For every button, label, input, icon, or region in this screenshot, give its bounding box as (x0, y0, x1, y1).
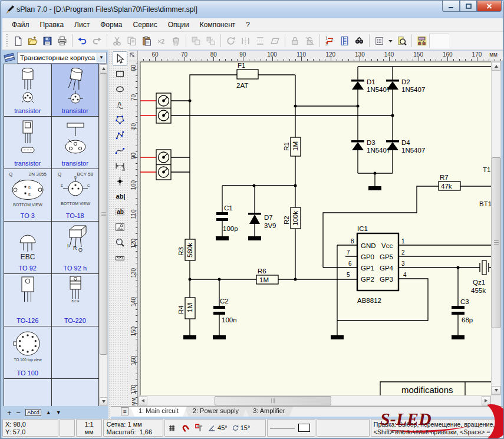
toolbar-component-browser-button[interactable] (414, 34, 429, 48)
library-item-6[interactable]: QBCY 58EBCBOTTOM VIEWTO-18 (52, 169, 100, 222)
library-item-5[interactable]: Q2N 3055B.E.BOTTOM VIEWTO 3 (4, 169, 52, 222)
toolbar-save-file-button[interactable] (40, 34, 55, 48)
menu-item-6[interactable]: Опции (163, 19, 194, 31)
tool-ellipse[interactable] (113, 82, 127, 97)
library-item-1[interactable]: transistor (4, 64, 52, 117)
library-item-11[interactable]: TO 100 top viewTO 100 (4, 326, 52, 379)
tool-pointer[interactable] (113, 51, 127, 66)
scrollbar-corner (491, 395, 501, 406)
library-move-down-button[interactable]: ▼ (56, 410, 61, 415)
toolbar-grid-dropdown-button[interactable] (387, 34, 394, 48)
title-bar[interactable]: sPlan 7.0 - [D:\Program Files\Splan70\Fi… (1, 1, 504, 18)
toolbar-new-file-button[interactable] (11, 34, 25, 48)
ruler-tick (342, 59, 343, 61)
schematic-label: R2 (283, 216, 290, 225)
library-item-7[interactable]: EBCTO 92 (4, 222, 52, 274)
library-header: Транзисторные корпуса ▼ (4, 51, 108, 64)
maximize-button[interactable] (460, 1, 477, 12)
library-item-label: transistor (52, 107, 99, 114)
tool-dimension[interactable] (113, 159, 127, 173)
toolbar-grip[interactable] (6, 34, 8, 47)
minimize-button[interactable] (442, 1, 460, 12)
tool-text-box[interactable]: ab (113, 204, 127, 219)
library-remove-button[interactable]: − (17, 408, 21, 417)
tool-bezier[interactable] (113, 143, 127, 158)
library-scrollbar[interactable] (99, 64, 108, 406)
ruler-tick (161, 59, 162, 61)
toolbar-renumber-button[interactable]: 123 (322, 34, 337, 48)
ruler-origin-button[interactable] (129, 51, 138, 61)
sheet-tab-2[interactable]: 2: Power supply (185, 407, 247, 417)
horizontal-scrollbar[interactable] (138, 395, 491, 406)
library-item-10[interactable]: B C ETO-220 (52, 274, 100, 326)
toolbar-paste-button[interactable] (139, 34, 154, 48)
menu-item-3[interactable]: Лист (70, 19, 94, 31)
menu-item-2[interactable]: Правка (35, 19, 69, 31)
menu-item-4[interactable]: Форма (95, 19, 127, 31)
schematic-label: 47k (441, 183, 452, 190)
toolbar-rotate-button (223, 34, 238, 48)
ruler-tick (136, 204, 137, 204)
angle-snap[interactable]: 45° (208, 424, 228, 432)
tool-special-shape[interactable]: A (113, 97, 127, 112)
library-item-3[interactable]: transistor (4, 117, 52, 169)
sheet-tab-1[interactable]: 1: Main circuit (130, 407, 187, 417)
tool-polygon[interactable] (113, 113, 127, 127)
tool-node[interactable] (113, 174, 127, 189)
tool-measure[interactable] (113, 250, 127, 265)
ruler-tick (136, 351, 137, 351)
rotate-step[interactable]: 15° (232, 424, 251, 432)
library-rename-button[interactable]: Abcd (25, 409, 41, 416)
fill-style-preview (298, 424, 310, 432)
library-item-9[interactable]: TO-126 (4, 274, 52, 326)
library-item-4[interactable]: transistor (52, 117, 100, 169)
menu-item-8[interactable]: ? (241, 19, 255, 31)
toolbar-search-button[interactable] (352, 34, 367, 48)
menu-item-5[interactable]: Сервис (129, 19, 162, 31)
library-add-button[interactable]: + (7, 408, 12, 417)
menu-item-7[interactable]: Компонент (195, 19, 241, 31)
library-selector[interactable]: Транзисторные корпуса ▼ (17, 52, 107, 64)
ruler-tick (453, 59, 454, 61)
grid-and-zoom: Сетка: 1 ммМасштаб: 1,66 (103, 419, 163, 437)
toolbar-grid-settings-button[interactable] (372, 34, 387, 48)
sheet-list-button[interactable]: ≣ (121, 407, 129, 415)
tool-image[interactable] (113, 220, 127, 235)
toolbar-print-button[interactable] (55, 34, 70, 48)
tool-polyline[interactable] (113, 128, 127, 143)
schematic-label: 2AT (236, 82, 248, 89)
ruler-tick (436, 59, 436, 61)
library-move-up-button[interactable]: ▲ (46, 410, 51, 415)
chevron-down-icon[interactable]: ▼ (97, 53, 106, 62)
library-item-13[interactable] (4, 379, 52, 406)
toolbar-group-button (189, 34, 203, 48)
menu-item-1[interactable]: Файл (7, 19, 34, 31)
toolbar-open-file-button[interactable] (25, 34, 40, 48)
tool-rectangle[interactable] (113, 67, 127, 81)
toolbar-undo-button[interactable] (75, 34, 90, 48)
library-item-2[interactable]: transistor (52, 64, 100, 117)
schematic-canvas[interactable]: F12ATD11N5407D21N5407D31N5407D41N5407R11… (138, 61, 491, 395)
tool-text[interactable]: ab| (113, 189, 127, 204)
schematic-label: BT137 (479, 200, 491, 207)
schematic-label: GP3 (380, 276, 393, 283)
ruler-tick (143, 59, 144, 61)
grid-icon[interactable] (167, 424, 176, 433)
toolbar-component-list-button[interactable] (337, 34, 352, 48)
toolbar-zoom-page-button[interactable] (394, 34, 409, 48)
svg-text:B.: B. (28, 186, 32, 189)
vertical-scrollbar[interactable] (491, 61, 501, 395)
close-button[interactable] (477, 1, 502, 12)
library-item-12[interactable] (52, 326, 100, 379)
ruler-tick (471, 59, 472, 61)
ruler-tick (483, 59, 483, 61)
tool-zoom[interactable] (113, 235, 127, 250)
style-preview[interactable] (267, 419, 315, 437)
magnet-snap-icon[interactable] (180, 424, 190, 433)
library-item-14[interactable] (52, 379, 100, 406)
library-item-8[interactable]: IROTO 92 h (52, 222, 100, 274)
sheet-tab-3[interactable]: 3: Amplifier (245, 407, 293, 417)
snap-point-icon[interactable] (195, 424, 204, 433)
schematic-label: R1 (283, 142, 290, 151)
ruler-tick (136, 315, 137, 316)
